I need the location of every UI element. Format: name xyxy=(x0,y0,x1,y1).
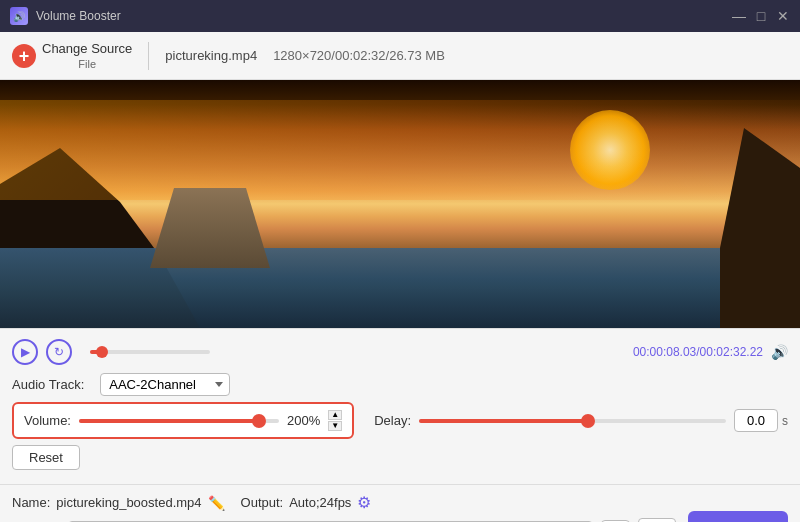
name-value: pictureking_boosted.mp4 xyxy=(56,495,201,510)
pathway xyxy=(150,188,270,268)
playback-right: 00:00:08.03/00:02:32.22 🔊 xyxy=(633,344,788,360)
play-icon: ▶ xyxy=(21,345,30,359)
bottom-left: Name: pictureking_boosted.mp4 ✏️ Output:… xyxy=(12,493,676,522)
delay-thumb[interactable] xyxy=(581,414,595,428)
volume-slider-container[interactable] xyxy=(79,411,279,431)
loop-icon: ↻ xyxy=(54,345,64,359)
audio-row: Audio Track: AAC-2Channel xyxy=(12,373,788,396)
delay-unit: s xyxy=(782,414,788,428)
volume-delay-row: Volume: 200% ▲ ▼ Delay: s xyxy=(12,402,788,439)
time-display: 00:00:08.03/00:02:32.22 xyxy=(633,345,763,359)
gear-icon[interactable]: ⚙ xyxy=(357,493,371,512)
playback-left: ▶ ↻ xyxy=(12,339,220,365)
title-bar-controls[interactable]: — □ ✕ xyxy=(732,9,790,23)
title-bar-left: 🔊 Volume Booster xyxy=(10,7,121,25)
volume-up-button[interactable]: ▲ xyxy=(328,410,342,420)
delay-fill xyxy=(419,419,588,423)
volume-percent: 200% xyxy=(287,413,320,428)
title-bar: 🔊 Volume Booster — □ ✕ xyxy=(0,0,800,32)
video-preview xyxy=(0,80,800,328)
volume-section: Volume: 200% ▲ ▼ xyxy=(12,402,354,439)
edit-icon[interactable]: ✏️ xyxy=(208,495,225,511)
controls-bar: ▶ ↻ 00:00:08.03/00:02:32.22 🔊 Audio Trac… xyxy=(0,328,800,484)
delay-label: Delay: xyxy=(374,413,411,428)
audio-track-label: Audio Track: xyxy=(12,377,84,392)
app-icon: 🔊 xyxy=(10,7,28,25)
file-name: pictureking.mp4 xyxy=(165,48,257,63)
volume-label: Volume: xyxy=(24,413,71,428)
app-title: Volume Booster xyxy=(36,9,121,23)
close-button[interactable]: ✕ xyxy=(776,9,790,23)
delay-value-box: s xyxy=(734,409,788,432)
bottom-section: Name: pictureking_boosted.mp4 ✏️ Output:… xyxy=(0,484,800,522)
progress-track xyxy=(90,350,210,354)
maximize-button[interactable]: □ xyxy=(754,9,768,23)
volume-fill xyxy=(79,419,259,423)
delay-input[interactable] xyxy=(734,409,778,432)
audio-track-select[interactable]: AAC-2Channel xyxy=(100,373,230,396)
export-button[interactable]: Export xyxy=(688,511,788,522)
file-info: pictureking.mp4 1280×720/00:02:32/26.73 … xyxy=(165,48,444,63)
volume-icon[interactable]: 🔊 xyxy=(771,344,788,360)
output-value: Auto;24fps xyxy=(289,495,351,510)
delay-section: Delay: s xyxy=(374,409,788,432)
minimize-button[interactable]: — xyxy=(732,9,746,23)
bottom-row-wrapper: Name: pictureking_boosted.mp4 ✏️ Output:… xyxy=(12,493,788,522)
volume-thumb[interactable] xyxy=(252,414,266,428)
clouds xyxy=(0,100,800,200)
output-group: Output: Auto;24fps ⚙ xyxy=(241,493,372,512)
output-row: Name: pictureking_boosted.mp4 ✏️ Output:… xyxy=(12,493,676,512)
volume-spinner[interactable]: ▲ ▼ xyxy=(328,410,342,431)
reset-button[interactable]: Reset xyxy=(12,445,80,470)
change-source-label: Change Source File xyxy=(42,41,132,71)
change-source-button[interactable]: + Change Source File xyxy=(12,41,132,71)
playback-row: ▶ ↻ 00:00:08.03/00:02:32.22 🔊 xyxy=(12,339,788,365)
add-icon: + xyxy=(12,44,36,68)
toolbar-divider xyxy=(148,42,149,70)
progress-bar-container[interactable] xyxy=(90,350,210,354)
loop-button[interactable]: ↻ xyxy=(46,339,72,365)
save-row: Save to: D:\Aiseesoft Studio\Aiseesoft V… xyxy=(12,518,676,522)
file-meta: 1280×720/00:02:32/26.73 MB xyxy=(273,48,445,63)
video-frame xyxy=(0,80,800,328)
name-group: Name: pictureking_boosted.mp4 ✏️ xyxy=(12,495,225,511)
toolbar: + Change Source File pictureking.mp4 128… xyxy=(0,32,800,80)
name-label: Name: xyxy=(12,495,50,510)
open-folder-button[interactable]: 📁 xyxy=(638,518,676,522)
progress-thumb[interactable] xyxy=(96,346,108,358)
volume-down-button[interactable]: ▼ xyxy=(328,421,342,431)
output-label: Output: xyxy=(241,495,284,510)
delay-slider-container[interactable] xyxy=(419,411,726,431)
play-button[interactable]: ▶ xyxy=(12,339,38,365)
